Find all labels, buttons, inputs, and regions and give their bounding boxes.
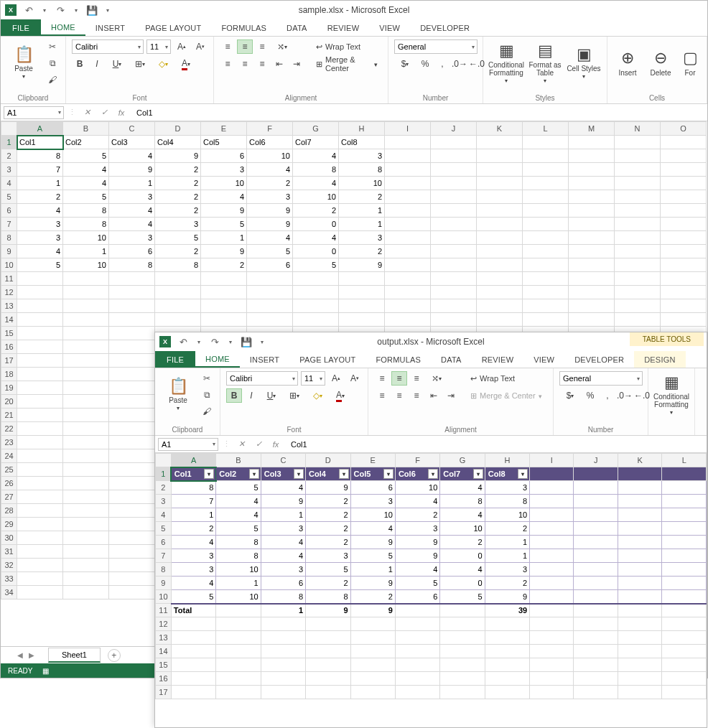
cell[interactable] <box>569 177 615 190</box>
cell[interactable]: 4 <box>261 549 305 563</box>
row-header[interactable]: 27 <box>1 490 17 504</box>
delete-cells-button[interactable]: ⊖Delete <box>646 39 675 87</box>
cell-styles-button[interactable]: ▣Cell Styles▾ <box>567 39 601 87</box>
currency-icon[interactable]: $ ▾ <box>394 57 416 71</box>
tab-home[interactable]: HOME <box>195 351 240 368</box>
cell[interactable] <box>661 313 707 327</box>
row-header[interactable]: 22 <box>1 422 17 436</box>
cell[interactable]: 4 <box>293 177 339 190</box>
cell[interactable]: 2 <box>155 245 201 258</box>
cell[interactable]: 4 <box>261 481 305 495</box>
sheet-nav-prev-icon[interactable]: ◀ <box>15 650 25 661</box>
filter-dropdown-icon[interactable]: ▾ <box>518 469 528 479</box>
cell[interactable] <box>569 231 615 245</box>
row-header[interactable]: 23 <box>1 436 17 449</box>
column-header[interactable]: M <box>569 122 615 136</box>
cell[interactable] <box>523 163 569 177</box>
cell[interactable] <box>523 258 569 272</box>
cell[interactable]: 3 <box>339 149 385 163</box>
cell[interactable]: 6 <box>109 245 155 258</box>
cell[interactable]: Col3 <box>109 136 155 149</box>
cell[interactable] <box>155 299 201 313</box>
cell[interactable] <box>440 672 485 686</box>
name-box[interactable]: A1 <box>158 438 218 451</box>
number-format-combo[interactable]: General <box>559 371 643 386</box>
table-header-cell[interactable]: Col6▾ <box>395 467 439 481</box>
cell[interactable] <box>17 422 63 436</box>
formula-content[interactable]: Col1 <box>287 440 704 449</box>
cell[interactable]: 9 <box>339 258 385 272</box>
cell[interactable] <box>17 463 63 477</box>
cell[interactable] <box>485 672 529 686</box>
cut-icon[interactable]: ✂ <box>200 371 214 386</box>
fill-color-button[interactable]: ◇ ▾ <box>152 57 174 71</box>
cell[interactable] <box>615 149 661 163</box>
enter-formula-icon[interactable]: ✓ <box>98 106 111 119</box>
cell[interactable] <box>618 467 662 481</box>
cell[interactable]: Col4 <box>155 136 201 149</box>
cell[interactable] <box>662 658 707 672</box>
cell[interactable]: 1 <box>261 508 305 522</box>
cell[interactable]: 4 <box>171 577 215 590</box>
column-header[interactable]: E <box>350 454 395 467</box>
cell[interactable]: 3 <box>17 218 63 231</box>
cell[interactable] <box>615 231 661 245</box>
cell[interactable]: 4 <box>171 536 215 549</box>
cell[interactable] <box>109 286 155 299</box>
row-header[interactable]: 17 <box>1 354 17 368</box>
cell[interactable] <box>477 218 523 231</box>
cell[interactable] <box>662 631 707 645</box>
cell[interactable] <box>477 204 523 218</box>
format-as-table-button[interactable]: ▤Format as Table▾ <box>528 39 562 87</box>
cell[interactable]: 8 <box>306 590 350 604</box>
cell[interactable] <box>618 672 662 686</box>
row-header[interactable]: 29 <box>1 518 17 531</box>
formula-content[interactable]: Col1 <box>132 108 704 117</box>
tab-formulas[interactable]: FORMULAS <box>365 351 431 368</box>
cell[interactable] <box>618 522 662 536</box>
cell[interactable] <box>523 177 569 190</box>
cell[interactable]: 6 <box>201 149 247 163</box>
row-header[interactable]: 15 <box>1 327 17 340</box>
save-icon[interactable]: 💾 <box>84 2 100 18</box>
cell[interactable] <box>440 604 485 617</box>
column-header[interactable]: G <box>293 122 339 136</box>
cell[interactable] <box>530 563 574 577</box>
orientation-icon[interactable]: ⤭ ▾ <box>426 371 447 386</box>
filter-dropdown-icon[interactable]: ▾ <box>473 469 483 479</box>
font-color-button[interactable]: A ▾ <box>175 57 197 71</box>
cell[interactable] <box>477 258 523 272</box>
cell[interactable] <box>395 604 439 617</box>
cell[interactable] <box>661 218 707 231</box>
cell[interactable]: 9 <box>485 590 529 604</box>
cell[interactable]: 4 <box>440 481 485 495</box>
cell[interactable]: 2 <box>485 522 529 536</box>
cell[interactable]: 4 <box>293 149 339 163</box>
cell[interactable]: 10 <box>485 508 529 522</box>
cell[interactable]: 0 <box>293 218 339 231</box>
cell[interactable] <box>477 136 523 149</box>
enter-formula-icon[interactable]: ✓ <box>252 438 265 451</box>
cell[interactable] <box>574 549 618 563</box>
cell[interactable]: 4 <box>201 190 247 204</box>
cell[interactable] <box>63 422 109 436</box>
cell[interactable] <box>339 272 385 286</box>
underline-button[interactable]: U ▾ <box>106 57 128 71</box>
number-format-combo[interactable]: General <box>394 39 478 54</box>
cell[interactable] <box>574 631 618 645</box>
row-header[interactable]: 24 <box>1 449 17 463</box>
cell[interactable]: 4 <box>440 508 485 522</box>
cell[interactable] <box>306 631 350 645</box>
cell[interactable] <box>661 272 707 286</box>
cell[interactable] <box>477 286 523 299</box>
row-header[interactable]: 14 <box>1 313 17 327</box>
cell[interactable]: 2 <box>293 204 339 218</box>
align-right-icon[interactable]: ≡ <box>409 388 424 403</box>
cell[interactable] <box>574 672 618 686</box>
cell[interactable] <box>569 258 615 272</box>
cell[interactable] <box>574 536 618 549</box>
cell[interactable] <box>662 617 707 631</box>
cell[interactable]: 8 <box>63 218 109 231</box>
cell[interactable]: 3 <box>485 481 529 495</box>
cell[interactable] <box>155 272 201 286</box>
